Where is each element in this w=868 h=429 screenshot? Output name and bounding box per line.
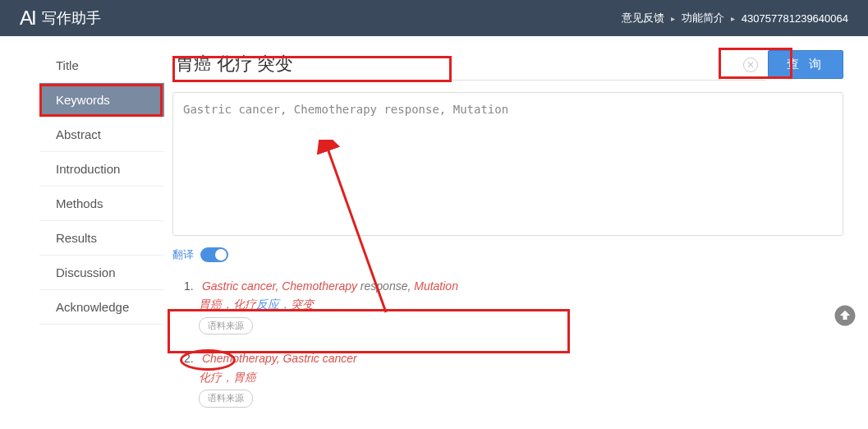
sidebar-item-abstract[interactable]: Abstract [39,118,164,152]
result-item: 2. Chemotherapy, Gastric cancer 化疗，胃癌 语料… [184,349,843,407]
result-textarea[interactable]: Gastric cancer, Chemotherapy response, M… [172,92,843,236]
toggle-knob [215,249,227,261]
separator: ▸ [671,14,675,23]
sidebar: Title Keywords Abstract Introduction Met… [0,36,164,429]
result-item: 1. Gastric cancer, Chemotherapy response… [184,277,843,334]
content: ✕ 查 询 Gastric cancer, Chemotherapy respo… [164,36,868,429]
sidebar-item-keywords[interactable]: Keywords [39,83,164,118]
sidebar-item-introduction[interactable]: Introduction [39,152,164,187]
clear-icon[interactable]: ✕ [743,58,758,72]
result-number: 1. [184,277,199,295]
separator: ▸ [731,14,735,23]
app-logo: AI 写作助手 [20,7,101,30]
source-button[interactable]: 语料来源 [199,317,253,335]
translate-toggle[interactable] [200,247,228,262]
logo-icon: AI [20,7,35,30]
app-name: 写作助手 [42,8,101,28]
search-input[interactable] [172,48,766,81]
result-number: 2. [184,349,199,367]
sidebar-item-methods[interactable]: Methods [39,187,164,221]
result-english: Chemotherapy, Gastric cancer [202,352,357,365]
results-list: 1. Gastric cancer, Chemotherapy response… [172,277,843,408]
features-link[interactable]: 功能简介 [682,11,724,25]
sidebar-item-discussion[interactable]: Discussion [39,256,164,290]
user-id[interactable]: 430757781239640064 [742,12,848,25]
sidebar-item-acknowledge[interactable]: Acknowledge [39,290,164,325]
result-english: Gastric cancer, Chemotherapy response, M… [202,279,458,293]
arrow-up-icon [833,303,857,328]
scroll-top-button[interactable] [830,301,860,330]
query-button[interactable]: 查 询 [768,50,843,79]
result-chinese: 化疗，胃癌 [199,368,843,386]
header-right: 意见反馈 ▸ 功能简介 ▸ 430757781239640064 [622,11,848,25]
header: AI 写作助手 意见反馈 ▸ 功能简介 ▸ 430757781239640064 [0,0,868,36]
translate-row: 翻译 [172,247,843,262]
sidebar-item-title[interactable]: Title [39,48,164,83]
translate-label: 翻译 [172,247,194,262]
feedback-link[interactable]: 意见反馈 [622,11,664,25]
sidebar-item-results[interactable]: Results [39,221,164,256]
search-row: ✕ 查 询 [172,48,843,81]
source-button[interactable]: 语料来源 [199,390,253,408]
result-chinese: 胃癌，化疗反应，突变 [199,295,843,313]
